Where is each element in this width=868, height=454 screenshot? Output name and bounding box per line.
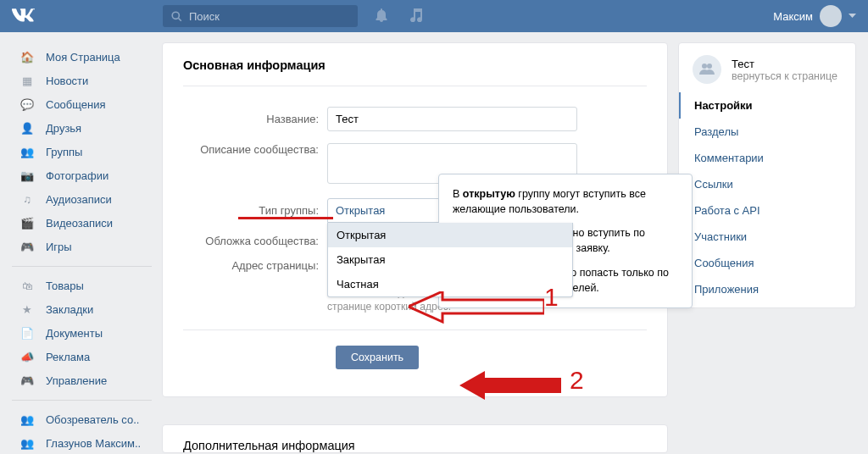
nav-news[interactable]: ▦Новости [12,71,152,91]
svg-point-2 [702,64,707,69]
camera-icon: 📷 [19,169,36,182]
dropdown-option-open[interactable]: Открытая [328,223,572,247]
right-column: Тест вернуться к странице Настройки Разд… [678,42,856,453]
extra-info-card: Дополнительная информация [162,424,668,453]
nav-community-2[interactable]: 👥Глазунов Максим.. [12,434,152,453]
home-icon: 🏠 [19,51,36,64]
nav-video[interactable]: 🎬Видеозаписи [12,213,152,233]
friends-icon: 👤 [19,122,36,135]
group-name[interactable]: Тест [732,58,837,70]
annotation-number-2: 2 [570,366,584,395]
nav-audio[interactable]: ♫Аудиозаписи [12,190,152,209]
groups-icon: 👥 [19,146,36,158]
rnav-api[interactable]: Работа с API [679,197,855,224]
user-name: Максим [773,10,813,23]
annotation-arrow-2 [459,371,561,401]
rnav-comments[interactable]: Комментарии [679,145,855,171]
nav-market[interactable]: 🛍Товары [12,276,152,296]
nav-community-1[interactable]: 👥Обозреватель со.. [12,410,152,429]
bag-icon: 🛍 [19,280,36,292]
rnav-messages[interactable]: Сообщения [679,250,855,276]
message-icon: 💬 [19,98,36,111]
video-icon: 🎬 [19,217,36,230]
svg-point-0 [172,12,179,19]
svg-line-1 [179,18,181,20]
label-name: Название: [183,113,327,125]
main-heading: Основная информация [183,58,647,86]
horn-icon: 📣 [19,351,36,363]
svg-point-3 [707,64,712,69]
left-nav: 🏠Моя Страница ▦Новости 💬Сообщения 👤Друзь… [12,42,152,453]
rnav-links[interactable]: Ссылки [679,171,855,197]
gamepad-icon: 🎮 [19,374,36,387]
label-desc: Описание сообщества: [183,143,327,156]
label-type: Тип группы: [183,204,327,217]
group-avatar [693,55,721,84]
user-menu[interactable]: Максим [773,5,856,27]
annotation-number-1: 1 [544,283,559,312]
save-button[interactable]: Сохранить [336,346,419,369]
annotation-underline [238,217,333,219]
nav-friends[interactable]: 👤Друзья [12,119,152,138]
nav-photos[interactable]: 📷Фотографии [12,166,152,185]
search-input[interactable]: Поиск [163,5,358,27]
rnav-sections[interactable]: Разделы [679,119,855,145]
dropdown-option-closed[interactable]: Закрытая [328,247,572,272]
news-icon: ▦ [19,75,36,87]
nav-ads[interactable]: 📣Реклама [12,347,152,367]
label-addr: Адрес страницы: [183,259,327,272]
nav-messages[interactable]: 💬Сообщения [12,95,152,114]
bell-icon[interactable] [375,8,388,25]
extra-heading: Дополнительная информация [183,439,647,452]
nav-bookmarks[interactable]: ★Закладки [12,300,152,319]
group-icon: 👥 [19,437,36,450]
search-icon [171,11,182,22]
audio-icon: ♫ [19,193,36,206]
group-icon: 👥 [19,413,36,426]
group-card: Тест вернуться к странице Настройки Разд… [678,42,856,308]
nav-games[interactable]: 🎮Игры [12,237,152,257]
rnav-members[interactable]: Участники [679,224,855,250]
input-name[interactable] [327,107,577,131]
avatar [820,5,842,27]
rnav-settings[interactable]: Настройки [679,92,855,119]
music-icon[interactable] [410,8,422,25]
games-icon: 🎮 [19,241,36,253]
search-placeholder: Поиск [189,10,220,23]
topbar: Поиск Максим [0,0,868,32]
main-settings-card: Основная информация Название: Описание с… [162,42,668,397]
top-icons [375,8,422,25]
label-cover: Обложка сообщества: [183,235,327,247]
nav-docs[interactable]: 📄Документы [12,324,152,343]
dropdown-list: Открытая Закрытая Частная [327,223,573,297]
vk-logo[interactable] [12,8,36,24]
chevron-down-icon [849,14,856,19]
doc-icon: 📄 [19,327,36,340]
star-icon: ★ [19,303,36,316]
settings-nav: Настройки Разделы Комментарии Ссылки Раб… [679,92,855,302]
rnav-apps[interactable]: Приложения [679,276,855,302]
nav-manage[interactable]: 🎮Управление [12,371,152,390]
nav-groups[interactable]: 👥Группы [12,142,152,162]
group-back-link[interactable]: вернуться к странице [732,70,837,82]
nav-my-page[interactable]: 🏠Моя Страница [12,47,152,67]
annotation-arrow-1 [409,291,544,325]
